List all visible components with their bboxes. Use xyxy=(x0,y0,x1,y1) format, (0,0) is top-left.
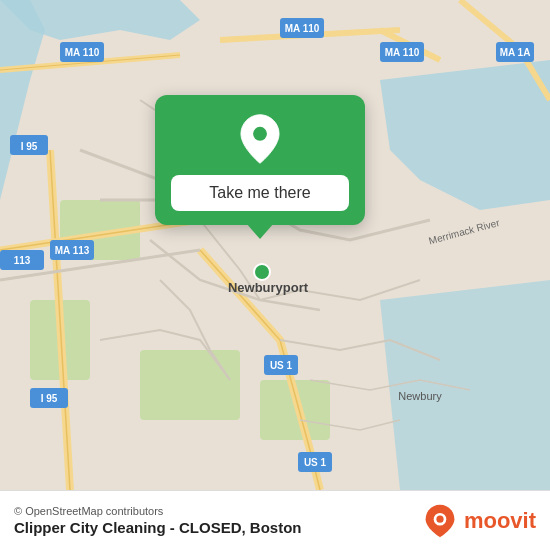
map-background: I 95 MA 110 MA 110 MA 110 MA 1A MA 113 1… xyxy=(0,0,550,490)
svg-point-31 xyxy=(436,515,443,522)
svg-rect-3 xyxy=(140,350,240,420)
svg-text:MA 110: MA 110 xyxy=(385,47,420,58)
svg-text:MA 113: MA 113 xyxy=(55,245,90,256)
svg-point-29 xyxy=(253,127,267,141)
svg-point-28 xyxy=(254,264,270,280)
place-title: Clipper City Cleaning - CLOSED, Boston xyxy=(14,519,302,536)
copyright-text: © OpenStreetMap contributors xyxy=(14,505,302,517)
svg-text:113: 113 xyxy=(14,255,31,266)
bottom-left: © OpenStreetMap contributors Clipper Cit… xyxy=(14,505,302,536)
svg-text:MA 1A: MA 1A xyxy=(500,47,531,58)
svg-text:Newburyport: Newburyport xyxy=(228,280,309,295)
svg-text:I 95: I 95 xyxy=(21,141,38,152)
bottom-bar: © OpenStreetMap contributors Clipper Cit… xyxy=(0,490,550,550)
moovit-icon xyxy=(422,503,458,539)
svg-text:Newbury: Newbury xyxy=(398,390,442,402)
svg-text:US 1: US 1 xyxy=(304,457,327,468)
popup-card: Take me there xyxy=(155,95,365,225)
map-container: I 95 MA 110 MA 110 MA 110 MA 1A MA 113 1… xyxy=(0,0,550,490)
svg-text:US 1: US 1 xyxy=(270,360,293,371)
location-pin-icon xyxy=(234,113,286,165)
svg-text:I 95: I 95 xyxy=(41,393,58,404)
svg-text:MA 110: MA 110 xyxy=(285,23,320,34)
moovit-text: moovit xyxy=(464,508,536,534)
take-me-there-button[interactable]: Take me there xyxy=(171,175,349,211)
svg-text:MA 110: MA 110 xyxy=(65,47,100,58)
moovit-logo: moovit xyxy=(422,503,536,539)
